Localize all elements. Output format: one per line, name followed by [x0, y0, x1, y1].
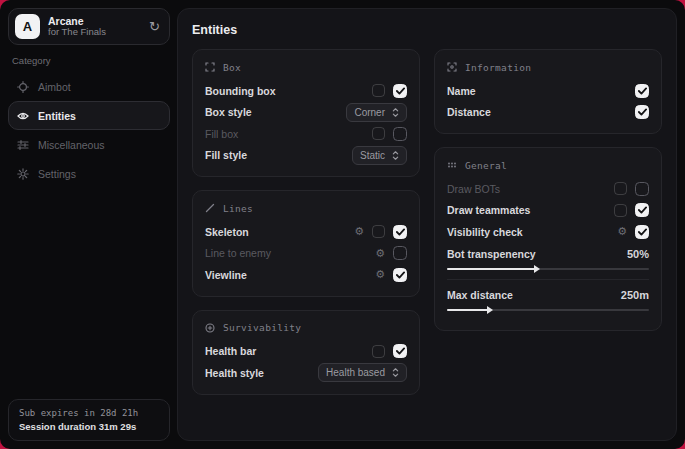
- slider-fill: [447, 309, 491, 311]
- sidebar-item-miscellaneous[interactable]: Miscellaneous: [8, 130, 170, 159]
- max-distance-label: Max distance: [447, 289, 513, 301]
- box-style-dropdown[interactable]: Corner: [346, 103, 407, 122]
- name-checkbox[interactable]: [635, 84, 649, 98]
- distance-row: Distance: [447, 102, 649, 124]
- draw-teammates-checkbox[interactable]: [635, 203, 649, 217]
- sliders-icon: [17, 139, 29, 151]
- general-card: General Draw BOTs Draw teammates: [434, 147, 662, 331]
- visibility-check-row: Visibility check ⚙: [447, 221, 649, 243]
- survivability-card-title: Survivability: [223, 322, 301, 333]
- unfold-icon: [392, 107, 399, 118]
- fill-style-dropdown[interactable]: Static: [352, 146, 407, 165]
- information-card: Information Name Distance: [434, 49, 662, 134]
- bounding-box-label: Bounding box: [205, 85, 276, 97]
- general-card-title: General: [465, 160, 507, 171]
- visibility-check-checkbox[interactable]: [635, 225, 649, 239]
- distance-checkbox[interactable]: [635, 105, 649, 119]
- sidebar-item-label: Entities: [38, 110, 76, 122]
- app-subtitle: for The Finals: [48, 27, 106, 38]
- draw-teammates-color-swatch[interactable]: [614, 204, 627, 217]
- left-column: Box Bounding box Box style: [192, 49, 420, 395]
- slider-fill: [447, 268, 538, 270]
- draw-teammates-row: Draw teammates: [447, 200, 649, 222]
- health-style-row: Health style Health based: [205, 362, 407, 384]
- health-bar-color-swatch[interactable]: [372, 345, 385, 358]
- viewline-label: Viewline: [205, 269, 247, 281]
- line-to-enemy-checkbox[interactable]: [393, 246, 407, 260]
- max-distance-value: 250m: [621, 289, 649, 301]
- health-bar-checkbox[interactable]: [393, 344, 407, 358]
- bounding-box-color-swatch[interactable]: [372, 84, 385, 97]
- health-style-dropdown[interactable]: Health based: [318, 363, 407, 382]
- max-distance-slider[interactable]: [447, 309, 649, 311]
- skeleton-checkbox[interactable]: [393, 225, 407, 239]
- box-card: Box Bounding box Box style: [192, 49, 420, 177]
- fill-box-color-swatch[interactable]: [372, 127, 385, 140]
- line-to-enemy-label: Line to enemy: [205, 247, 271, 259]
- right-column: Information Name Distance: [434, 49, 662, 395]
- app-window: A Arcane for The Finals ↻ Category Aimbo…: [0, 0, 685, 449]
- unfold-icon: [392, 367, 399, 378]
- line-to-enemy-settings-gear-icon[interactable]: ⚙: [375, 248, 385, 259]
- category-label: Category: [12, 55, 166, 66]
- visibility-check-settings-gear-icon[interactable]: ⚙: [617, 226, 627, 237]
- grid-dots-icon: [447, 160, 457, 170]
- fill-style-value: Static: [360, 150, 385, 161]
- refresh-icon[interactable]: ↻: [149, 19, 160, 34]
- session-duration-text: Session duration 31m 29s: [19, 421, 159, 432]
- fill-box-row: Fill box: [205, 123, 407, 145]
- draw-bots-checkbox[interactable]: [635, 182, 649, 196]
- sidebar-item-settings[interactable]: Settings: [8, 159, 170, 188]
- health-bar-row: Health bar: [205, 341, 407, 363]
- viewline-checkbox[interactable]: [393, 268, 407, 282]
- bounding-box-checkbox[interactable]: [393, 84, 407, 98]
- draw-teammates-label: Draw teammates: [447, 204, 530, 216]
- viewline-settings-gear-icon[interactable]: ⚙: [375, 269, 385, 280]
- gear-icon: [17, 168, 29, 180]
- box-card-title: Box: [223, 62, 241, 73]
- skeleton-row: Skeleton ⚙: [205, 221, 407, 243]
- sidebar: A Arcane for The Finals ↻ Category Aimbo…: [0, 0, 178, 449]
- bot-transparency-label: Bot transpenency: [447, 248, 536, 260]
- check-icon: [396, 271, 405, 279]
- survivability-card: Survivability Health bar Health style: [192, 310, 420, 395]
- name-row: Name: [447, 80, 649, 102]
- distance-label: Distance: [447, 106, 491, 118]
- fill-box-checkbox[interactable]: [393, 127, 407, 141]
- main-panel: Entities Box Bounding box: [177, 8, 677, 441]
- skeleton-label: Skeleton: [205, 226, 249, 238]
- bot-transparency-group: Bot transpenency 50%: [447, 245, 649, 270]
- sidebar-nav: Aimbot Entities Miscellaneous Settings: [0, 72, 178, 188]
- page-title: Entities: [192, 23, 662, 37]
- box-corners-icon: [205, 62, 215, 72]
- skeleton-color-swatch[interactable]: [372, 225, 385, 238]
- check-icon: [638, 87, 647, 95]
- fill-box-label: Fill box: [205, 128, 238, 140]
- information-icon: [447, 62, 457, 72]
- app-logo: A: [15, 14, 40, 39]
- draw-bots-row: Draw BOTs: [447, 178, 649, 200]
- bot-transparency-slider[interactable]: [447, 268, 649, 270]
- sidebar-item-entities[interactable]: Entities: [8, 101, 170, 130]
- line-icon: [205, 203, 215, 213]
- name-label: Name: [447, 85, 476, 97]
- app-header-card: A Arcane for The Finals ↻: [8, 8, 170, 45]
- line-to-enemy-row: Line to enemy ⚙: [205, 243, 407, 265]
- box-style-row: Box style Corner: [205, 102, 407, 124]
- unfold-icon: [392, 150, 399, 161]
- max-distance-group: Max distance 250m: [447, 286, 649, 311]
- sub-expires-text: Sub expires in 28d 21h: [19, 408, 159, 418]
- sidebar-item-label: Miscellaneous: [38, 139, 105, 151]
- lines-card-title: Lines: [223, 203, 253, 214]
- draw-bots-color-swatch[interactable]: [614, 182, 627, 195]
- bot-transparency-value: 50%: [627, 248, 649, 260]
- skeleton-settings-gear-icon[interactable]: ⚙: [354, 226, 364, 237]
- viewline-row: Viewline ⚙: [205, 264, 407, 286]
- subscription-info-card: Sub expires in 28d 21h Session duration …: [8, 399, 170, 441]
- check-icon: [396, 347, 405, 355]
- lines-card: Lines Skeleton ⚙ Line to enemy: [192, 190, 420, 297]
- box-style-value: Corner: [354, 107, 385, 118]
- fill-style-label: Fill style: [205, 149, 247, 161]
- draw-bots-label: Draw BOTs: [447, 183, 500, 195]
- sidebar-item-aimbot[interactable]: Aimbot: [8, 72, 170, 101]
